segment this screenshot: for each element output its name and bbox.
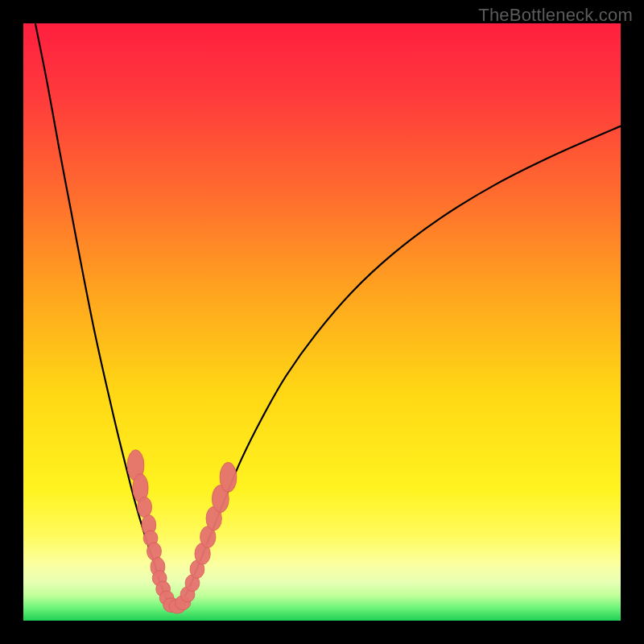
marker-right-cluster <box>220 462 237 492</box>
chart-frame: TheBottleneck.com <box>0 0 644 644</box>
curve-path <box>35 23 621 608</box>
plot-area <box>23 23 621 621</box>
marker-left-cluster <box>138 497 152 517</box>
curve-layer <box>23 23 621 621</box>
watermark-text: TheBottleneck.com <box>478 5 633 26</box>
marker-cluster <box>127 450 237 613</box>
bottleneck-curve <box>35 23 621 608</box>
